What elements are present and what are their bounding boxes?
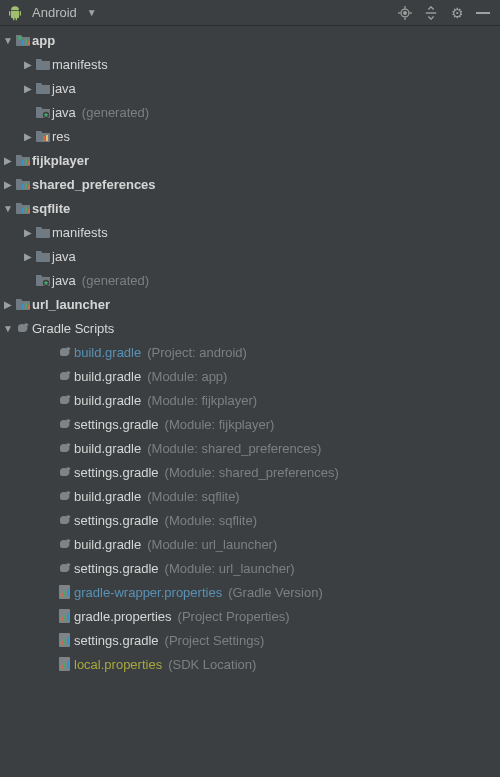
tree-row[interactable]: ▶fijkplayer <box>0 148 500 172</box>
project-tree[interactable]: ▼app▶manifests▶java▶java(generated)▶res▶… <box>0 26 500 676</box>
tree-row[interactable]: ▶settings.gradle(Module: fijkplayer) <box>0 412 500 436</box>
chevron-right-icon[interactable]: ▶ <box>2 155 14 166</box>
locate-button[interactable] <box>394 2 416 24</box>
hide-panel-button[interactable] <box>472 2 494 24</box>
chevron-down-icon[interactable]: ▼ <box>2 203 14 214</box>
tree-row-label: build.gradle <box>74 369 141 384</box>
tree-row-label: settings.gradle <box>74 513 159 528</box>
tree-row[interactable]: ▶settings.gradle(Module: sqflite) <box>0 508 500 532</box>
tree-row-label: url_launcher <box>32 297 110 312</box>
minimize-icon <box>476 12 490 14</box>
chevron-right-icon[interactable]: ▶ <box>22 251 34 262</box>
tree-row-hint: (Module: shared_preferences) <box>147 441 321 456</box>
tree-row[interactable]: ▶java(generated) <box>0 100 500 124</box>
module-app-icon <box>14 32 32 48</box>
tree-row-label: build.gradle <box>74 537 141 552</box>
module-icon <box>14 296 32 312</box>
tree-row-label: settings.gradle <box>74 633 159 648</box>
tree-row[interactable]: ▶java <box>0 76 500 100</box>
tree-row[interactable]: ▼Gradle Scripts <box>0 316 500 340</box>
tree-row-hint: (generated) <box>82 105 149 120</box>
chevron-down-icon[interactable]: ▼ <box>2 35 14 46</box>
tree-row-label: build.gradle <box>74 345 141 360</box>
module-icon <box>14 200 32 216</box>
chevron-down-icon: ▼ <box>87 7 97 18</box>
tree-row[interactable]: ▶build.gradle(Module: app) <box>0 364 500 388</box>
tree-row-hint: (Project Properties) <box>178 609 290 624</box>
tree-row-label: sqflite <box>32 201 70 216</box>
tree-row-label: app <box>32 33 55 48</box>
tree-row-label: local.properties <box>74 657 162 672</box>
props-icon <box>56 632 74 648</box>
gradle-icon <box>56 512 74 528</box>
gradle-icon <box>56 560 74 576</box>
tree-row[interactable]: ▼sqflite <box>0 196 500 220</box>
props-icon <box>56 656 74 672</box>
gear-icon: ⚙ <box>451 5 464 21</box>
tree-row[interactable]: ▶build.gradle(Module: url_launcher) <box>0 532 500 556</box>
chevron-right-icon[interactable]: ▶ <box>22 59 34 70</box>
chevron-down-icon[interactable]: ▼ <box>2 323 14 334</box>
tree-row-label: fijkplayer <box>32 153 89 168</box>
tree-row-label: java <box>52 273 76 288</box>
tree-row[interactable]: ▶url_launcher <box>0 292 500 316</box>
tree-row-label: shared_preferences <box>32 177 156 192</box>
tree-row[interactable]: ▶gradle-wrapper.properties(Gradle Versio… <box>0 580 500 604</box>
tree-row[interactable]: ▶build.gradle(Module: shared_preferences… <box>0 436 500 460</box>
tree-row[interactable]: ▶res <box>0 124 500 148</box>
tree-row-label: settings.gradle <box>74 465 159 480</box>
folder-res-icon <box>34 128 52 144</box>
folder-gen-icon <box>34 104 52 120</box>
tree-row[interactable]: ▶java(generated) <box>0 268 500 292</box>
tree-row-hint: (Project: android) <box>147 345 247 360</box>
tree-row[interactable]: ▶build.gradle(Module: fijkplayer) <box>0 388 500 412</box>
tree-row-hint: (Module: sqflite) <box>165 513 257 528</box>
gradle-icon <box>56 344 74 360</box>
project-view-selector[interactable]: Android <box>32 5 77 20</box>
folder-gen-icon <box>34 272 52 288</box>
collapse-all-button[interactable] <box>420 2 442 24</box>
tree-row[interactable]: ▶local.properties(SDK Location) <box>0 652 500 676</box>
tree-row-hint: (SDK Location) <box>168 657 256 672</box>
chevron-right-icon[interactable]: ▶ <box>2 179 14 190</box>
folder-icon <box>34 80 52 96</box>
tree-row-label: manifests <box>52 225 108 240</box>
tree-row-label: build.gradle <box>74 393 141 408</box>
chevron-right-icon[interactable]: ▶ <box>22 131 34 142</box>
module-icon <box>14 152 32 168</box>
tree-row-label: build.gradle <box>74 489 141 504</box>
tree-row[interactable]: ▶java <box>0 244 500 268</box>
tree-row[interactable]: ▶gradle.properties(Project Properties) <box>0 604 500 628</box>
tree-row-label: java <box>52 249 76 264</box>
chevron-right-icon[interactable]: ▶ <box>22 227 34 238</box>
gradle-icon <box>56 488 74 504</box>
tree-row-hint: (Project Settings) <box>165 633 265 648</box>
tree-row-label: gradle-wrapper.properties <box>74 585 222 600</box>
tree-row[interactable]: ▶settings.gradle(Module: shared_preferen… <box>0 460 500 484</box>
gradle-icon <box>56 392 74 408</box>
tree-row-hint: (Module: url_launcher) <box>165 561 295 576</box>
chevron-right-icon[interactable]: ▶ <box>22 83 34 94</box>
gradle-icon <box>56 416 74 432</box>
tree-row-hint: (Module: url_launcher) <box>147 537 277 552</box>
tree-row-hint: (Module: fijkplayer) <box>165 417 275 432</box>
tree-row[interactable]: ▼app <box>0 28 500 52</box>
props-icon <box>56 608 74 624</box>
tree-row-label: Gradle Scripts <box>32 321 114 336</box>
tree-row[interactable]: ▶manifests <box>0 220 500 244</box>
tree-row-label: gradle.properties <box>74 609 172 624</box>
tree-row[interactable]: ▶build.gradle(Project: android) <box>0 340 500 364</box>
folder-icon <box>34 248 52 264</box>
tree-row[interactable]: ▶settings.gradle(Module: url_launcher) <box>0 556 500 580</box>
tree-row[interactable]: ▶settings.gradle(Project Settings) <box>0 628 500 652</box>
tree-row[interactable]: ▶manifests <box>0 52 500 76</box>
tree-row-hint: (Module: shared_preferences) <box>165 465 339 480</box>
chevron-right-icon[interactable]: ▶ <box>2 299 14 310</box>
tree-row-hint: (Module: app) <box>147 369 227 384</box>
tree-row[interactable]: ▶shared_preferences <box>0 172 500 196</box>
tree-row-label: settings.gradle <box>74 417 159 432</box>
gradle-icon <box>14 320 32 336</box>
tree-row-label: build.gradle <box>74 441 141 456</box>
tree-row[interactable]: ▶build.gradle(Module: sqflite) <box>0 484 500 508</box>
settings-button[interactable]: ⚙ <box>446 2 468 24</box>
